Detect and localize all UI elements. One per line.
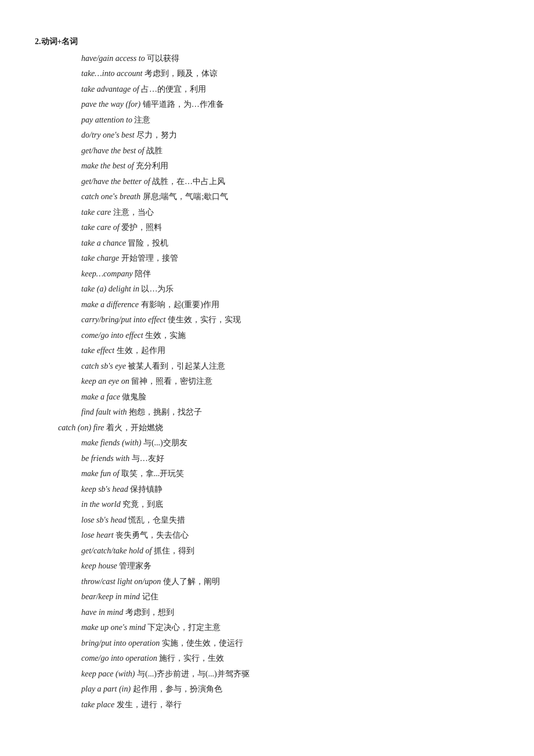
phrase-chinese: 抓住，得到	[154, 546, 194, 555]
list-item: find fault with 抱怨，挑剔，找岔子	[81, 405, 499, 420]
list-item: take place 发生，进行，举行	[81, 698, 499, 712]
phrase-english: take (a) delight in	[81, 285, 141, 293]
phrase-english: take care	[81, 208, 113, 217]
phrase-chinese: 实施，使生效，使运行	[162, 639, 243, 647]
phrase-chinese: 生效，起作用	[117, 346, 165, 355]
phrase-english: bring/put into operation	[81, 639, 162, 647]
phrase-english: make fun of	[81, 469, 121, 478]
list-item: pave the way (for) 铺平道路，为…作准备	[81, 98, 499, 112]
phrase-chinese: 考虑到，顾及，体谅	[145, 69, 218, 78]
list-item: pay attention to 注意	[81, 113, 499, 128]
phrase-english: keep…company	[81, 269, 135, 278]
list-item: get/catch/take hold of 抓住，得到	[81, 544, 499, 559]
phrase-english: take advantage of	[81, 85, 141, 93]
phrase-english: catch (on) fire	[58, 423, 106, 432]
phrase-chinese: 使人了解，阐明	[163, 577, 220, 586]
list-item: throw/cast light on/upon 使人了解，阐明	[81, 575, 499, 589]
phrase-english: bear/keep in mind	[81, 592, 142, 601]
phrase-chinese: 以…为乐	[141, 285, 174, 293]
phrase-chinese: 起作用，参与，扮演角色	[133, 685, 222, 693]
phrase-chinese: 战胜，在…中占上风	[152, 177, 225, 186]
list-item: make fiends (with) 与(...)交朋友	[81, 436, 499, 451]
phrase-chinese: 下定决心，打定主意	[147, 623, 221, 632]
phrase-chinese: 与…友好	[132, 454, 164, 463]
phrase-english: in the world	[81, 500, 122, 509]
phrase-chinese: 慌乱，仓皇失措	[128, 516, 185, 524]
phrase-chinese: 冒险，投机	[128, 239, 168, 247]
phrase-english: take charge	[81, 254, 121, 262]
phrase-english: make the best of	[81, 161, 136, 170]
phrase-chinese: 尽力，努力	[136, 131, 177, 139]
phrase-chinese: 着火，开始燃烧	[106, 423, 163, 432]
list-item: take…into account 考虑到，顾及，体谅	[81, 67, 499, 81]
phrase-english: come/go into effect	[81, 331, 145, 340]
phrase-english: keep sb's head	[81, 485, 130, 494]
list-item: take care of 爱护，照料	[81, 221, 499, 235]
phrase-chinese: 管理家务	[119, 561, 151, 570]
phrase-chinese: 做鬼脸	[122, 393, 146, 401]
phrase-chinese: 与(...)交朋友	[143, 438, 187, 447]
phrase-chinese: 使生效，实行，实现	[168, 315, 241, 324]
list-item: carry/bring/put into effect 使生效，实行，实现	[81, 313, 499, 327]
phrase-chinese: 可以获得	[147, 54, 179, 63]
phrase-english: pave the way (for)	[81, 100, 143, 109]
list-item: catch (on) fire 着火，开始燃烧	[58, 421, 499, 435]
phrase-chinese: 注意	[134, 116, 150, 124]
phrase-english: take effect	[81, 346, 117, 355]
list-item: keep an eye on 留神，照看，密切注意	[81, 375, 499, 389]
phrase-english: carry/bring/put into effect	[81, 315, 168, 324]
phrase-english: take place	[81, 700, 117, 709]
phrase-english: lose heart	[81, 531, 116, 539]
phrase-english: throw/cast light on/upon	[81, 577, 163, 586]
list-item: take a chance 冒险，投机	[81, 236, 499, 251]
phrase-english: make fiends (with)	[81, 438, 143, 447]
list-item: lose heart 丧失勇气，失去信心	[81, 528, 499, 543]
phrase-english: do/try one's best	[81, 131, 136, 139]
phrase-chinese: 战胜	[146, 146, 163, 155]
phrase-english: catch one's breath	[81, 192, 143, 201]
list-item: keep pace (with) 与(...)齐步前进，与(...)并驾齐驱	[81, 667, 499, 682]
list-item: make the best of 充分利用	[81, 159, 499, 174]
phrase-chinese: 铺平道路，为…作准备	[143, 100, 224, 109]
phrase-english: keep pace (with)	[81, 669, 137, 678]
phrase-english: take a chance	[81, 239, 128, 247]
phrase-chinese: 究竟，到底	[122, 500, 163, 509]
phrase-english: pay attention to	[81, 116, 134, 124]
list-item: make a face 做鬼脸	[81, 390, 499, 405]
list-item: take care 注意，当心	[81, 206, 499, 220]
phrase-chinese: 陪伴	[135, 269, 151, 278]
list-item: do/try one's best 尽力，努力	[81, 128, 499, 143]
list-item: take effect 生效，起作用	[81, 344, 499, 358]
list-item: keep house 管理家务	[81, 559, 499, 574]
phrase-chinese: 充分利用	[136, 161, 168, 170]
list-item: get/have the better of 战胜，在…中占上风	[81, 175, 499, 189]
phrase-english: come/go into operation	[81, 654, 159, 663]
phrase-list: have/gain access to 可以获得take…into accoun…	[81, 52, 499, 712]
phrase-chinese: 记住	[142, 592, 158, 601]
list-item: catch sb's eye 被某人看到，引起某人注意	[81, 359, 499, 374]
phrase-chinese: 保持镇静	[130, 485, 163, 494]
list-item: have in mind 考虑到，想到	[81, 606, 499, 620]
list-item: make up one's mind 下定决心，打定主意	[81, 621, 499, 635]
list-item: bring/put into operation 实施，使生效，使运行	[81, 636, 499, 651]
phrase-chinese: 爱护，照料	[121, 223, 162, 232]
phrase-english: catch sb's eye	[81, 362, 128, 370]
list-item: make fun of 取笑，拿...开玩笑	[81, 467, 499, 481]
phrase-english: take…into account	[81, 69, 145, 78]
phrase-chinese: 屏息;喘气，气喘;歇口气	[143, 192, 229, 201]
list-item: get/have the best of 战胜	[81, 144, 499, 159]
list-item: come/go into effect 生效，实施	[81, 329, 499, 343]
list-item: take advantage of 占…的便宜，利用	[81, 82, 499, 97]
phrase-chinese: 有影响，起(重要)作用	[141, 300, 219, 309]
phrase-chinese: 施行，实行，生效	[159, 654, 224, 663]
list-item: make a difference 有影响，起(重要)作用	[81, 298, 499, 312]
phrase-chinese: 抱怨，挑剔，找岔子	[129, 408, 202, 416]
phrase-english: be friends with	[81, 454, 132, 463]
phrase-english: get/have the best of	[81, 146, 146, 155]
phrase-chinese: 开始管理，接管	[121, 254, 178, 262]
phrase-chinese: 与(...)齐步前进，与(...)并驾齐驱	[137, 669, 250, 678]
phrase-english: make up one's mind	[81, 623, 147, 632]
list-item: take charge 开始管理，接管	[81, 251, 499, 266]
phrase-english: take care of	[81, 223, 121, 232]
phrase-english: play a part (in)	[81, 685, 133, 693]
